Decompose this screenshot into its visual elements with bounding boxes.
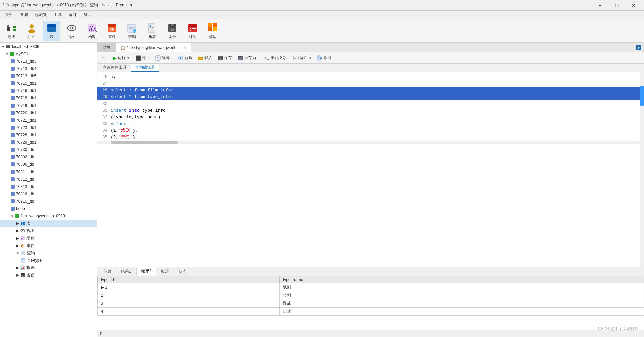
menu-view[interactable]: 查看 (17, 11, 31, 18)
new-icon (178, 55, 183, 61)
scrollbar-thumb[interactable] (640, 86, 644, 106)
run-button[interactable]: ▶ 运行 ▼ (111, 54, 132, 61)
sidebar-server[interactable]: ▼ localhost_3306 (0, 43, 97, 50)
sidebar-db-70915_db[interactable]: 70915_db (0, 198, 97, 205)
export-button[interactable]: 导出 (315, 54, 333, 61)
file-type-label: file-type (28, 258, 42, 263)
collapse-arrow: ▶ (16, 243, 19, 248)
subtab-query-builder[interactable]: 查询创建工具 (99, 64, 131, 72)
sidebar-item-file-type[interactable]: file-type (0, 257, 97, 264)
result-tab-status[interactable]: 状态 (174, 268, 192, 275)
stop-button[interactable]: ⬛ 停止 (133, 54, 152, 61)
sidebar-db-film[interactable]: ▼ film_wangwenbiao_0913 (0, 212, 97, 220)
sidebar-db-70720_db1[interactable]: 70720_db1 (0, 109, 97, 117)
saveas-button[interactable]: 另存为 (235, 54, 258, 61)
sidebar-item-tables[interactable]: ▶ 表 (0, 220, 97, 227)
minimize-button[interactable]: − (592, 0, 608, 11)
comment-dropdown-icon[interactable]: ▼ (309, 56, 312, 60)
sidebar-item-views[interactable]: ▶ 视图 (0, 227, 97, 234)
sidebar-db-70812_db[interactable]: 70812_db (0, 176, 97, 183)
line-number: 30 (97, 100, 111, 107)
save-button[interactable]: 保存 (216, 54, 234, 61)
horizontal-scrollbar[interactable] (97, 141, 640, 144)
line-content: (1,'戏剧'), (111, 127, 640, 134)
right-scrollbar[interactable] (640, 72, 644, 267)
toolbar-backup[interactable]: 备份 (164, 21, 181, 41)
subtab-query-editor[interactable]: 查询编辑器 (131, 64, 159, 72)
sidebar-db-70730_db[interactable]: 70730_db (0, 146, 97, 153)
menu-help[interactable]: 帮助 (80, 11, 94, 18)
menu-tools[interactable]: 工具 (51, 11, 64, 18)
run-dropdown-icon[interactable]: ▼ (127, 56, 130, 60)
toolbar-report[interactable]: 报表 (144, 21, 161, 41)
toolbar-query[interactable]: ? 查询 (123, 21, 141, 41)
query-tab[interactable]: 📋 * file-type @film_wangwenbi... ✕ (116, 43, 191, 52)
sidebar-db-70713_db5[interactable]: 70713_db5 (0, 72, 97, 80)
function-label: 函数 (88, 34, 96, 39)
close-tab-button[interactable]: ✕ (183, 45, 187, 50)
comment-button[interactable]: -- 备注 ▼ (291, 54, 314, 61)
db-icon (11, 185, 15, 189)
table-row[interactable]: 1 戏剧 (98, 283, 644, 291)
sidebar-db-70718_db1[interactable]: 70718_db1 (0, 94, 97, 102)
result-tab-overview[interactable]: 概况 (156, 268, 174, 275)
sidebar-db-70806_db[interactable]: 70806_db (0, 161, 97, 168)
sidebar-db-70728_db1[interactable]: 70728_db1 (0, 131, 97, 139)
tab-menu-icon[interactable]: ▼ (635, 45, 641, 51)
sidebar-item-backup[interactable]: ▶ 备份 (0, 271, 97, 279)
sidebar-db-70813_db[interactable]: 70813_db (0, 183, 97, 190)
maximize-button[interactable]: □ (609, 0, 625, 11)
sidebar-mysql[interactable]: ▼ MySQL (0, 50, 97, 58)
sidebar-db-70811_db[interactable]: 70811_db (0, 168, 97, 176)
toolbar-function[interactable]: f(x) 函数 (83, 21, 101, 41)
explain-button[interactable]: ≡ 解释 (153, 54, 172, 61)
table-row[interactable]: 3 谍战 (98, 299, 644, 308)
sidebar-db-70729_db1[interactable]: 70729_db1 (0, 139, 97, 146)
menu-favorites[interactable]: 收藏夹 (32, 11, 50, 18)
toolbar-event[interactable]: 事件 (103, 21, 121, 41)
sidebar-db-70715_db1[interactable]: 70715_db1 (0, 80, 97, 87)
new-button[interactable]: 新建 (176, 54, 195, 61)
table-row[interactable]: 2 奇幻 (98, 291, 644, 299)
sidebar-db-70719_db1[interactable]: 70719_db1 (0, 102, 97, 109)
toolbar-model[interactable]: 模型 (204, 21, 221, 41)
tab-bar: 对象 📋 * file-type @film_wangwenbi... ✕ ▼ (97, 43, 644, 52)
db-icon (11, 118, 15, 122)
sidebar-item-events[interactable]: ▶ 事件 (0, 242, 97, 249)
scrollbar-thumb[interactable] (111, 141, 178, 144)
menu-file[interactable]: 文件 (3, 11, 16, 18)
load-button[interactable]: 载入 (196, 54, 214, 61)
col-type_name[interactable]: type_name (280, 276, 644, 283)
sidebar-db-70713_db4[interactable]: 70713_db4 (0, 65, 97, 72)
main-toolbar: 连接 用户 表 视图 (0, 19, 644, 43)
sidebar-item-queries[interactable]: ▼ 查询 (0, 249, 97, 257)
sidebar-db-70713_db3[interactable]: 70713_db3 (0, 58, 97, 65)
result-tab-2[interactable]: 结果2 (137, 267, 157, 276)
col-type_id[interactable]: type_id (98, 276, 280, 283)
sidebar-item-functions[interactable]: ▶ f() 函数 (0, 234, 97, 242)
toolbar-schedule[interactable]: 计划 (184, 21, 201, 41)
table-label: 表 (50, 34, 54, 39)
menu-toggle-button[interactable]: ≡ (100, 55, 107, 61)
toolbar-view[interactable]: 视图 (63, 21, 80, 41)
close-button[interactable]: ✕ (626, 0, 641, 11)
sidebar-db-70721_db1[interactable]: 70721_db1 (0, 117, 97, 124)
sidebar-item-reports[interactable]: ▶ 报表 (0, 264, 97, 271)
svg-rect-31 (152, 27, 153, 28)
beautify-button[interactable]: 美化 SQL (262, 54, 290, 61)
sidebar-db-70802_db[interactable]: 70802_db (0, 153, 97, 161)
toolbar-connect[interactable]: 连接 (3, 21, 20, 41)
sidebar-db-70816_db[interactable]: 70816_db (0, 190, 97, 198)
toolbar-user[interactable]: 用户 (23, 21, 40, 41)
sidebar-db-boob[interactable]: boob (0, 205, 97, 212)
sidebar-db-70716_db1[interactable]: 70716_db1 (0, 87, 97, 94)
sidebar-db-70723_db1[interactable]: 70723_db1 (0, 124, 97, 131)
result-tab-info[interactable]: 信息 (99, 268, 116, 275)
svg-rect-43 (190, 28, 191, 29)
result-tab-1[interactable]: 结果1 (116, 268, 137, 275)
code-editor[interactable]: 26 ); 27 28 select * from film_info; 29 … (97, 72, 640, 267)
menu-window[interactable]: 窗口 (66, 11, 79, 18)
table-row[interactable]: 4 自然 (98, 308, 644, 316)
toolbar-table[interactable]: 表 (43, 21, 60, 41)
objects-tab[interactable]: 对象 (97, 43, 116, 52)
